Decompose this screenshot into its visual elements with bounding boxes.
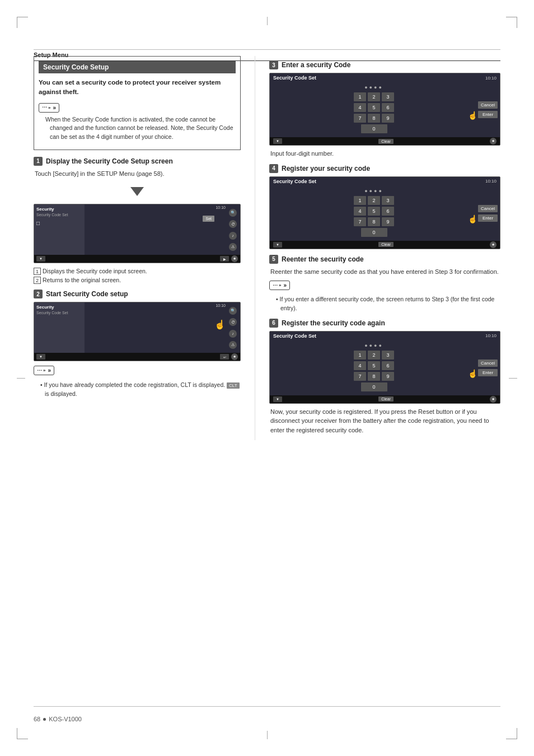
key-4-3: 4 — [354, 103, 366, 112]
corner-mark-bl — [17, 728, 28, 739]
bottom-divider — [34, 706, 500, 707]
numpad-keys-6: ●●●● 1 2 3 4 5 6 — [272, 343, 476, 393]
step-num-6: 6 — [269, 319, 278, 328]
numpad-header-4: Security Code Set 10:10 — [270, 177, 500, 186]
bottom-btn-vol-2: ▼ — [36, 354, 45, 360]
key-8-4: 8 — [368, 217, 380, 226]
footer-bullet — [43, 718, 46, 721]
touch-icon-4: ☝ — [468, 214, 477, 223]
bottom-btn-2: ▶ — [220, 256, 229, 262]
icon-2a: 🔍 — [229, 307, 237, 315]
touch-icon-3: ☝ — [468, 111, 477, 120]
key-1-3: 1 — [354, 92, 366, 101]
top-divider — [34, 49, 500, 50]
screen-right-icons-1: 🔍 ⏱ ♪ ⚠ — [228, 204, 240, 255]
enter-btn-6: Enter ☝ — [478, 369, 498, 376]
step-num-4: 4 — [269, 164, 278, 173]
final-desc: Now, your security code is registered. I… — [269, 407, 500, 435]
numpad-bottom-bar-3: ▼ Clear ★ — [270, 137, 500, 145]
clear-btn-6: Clear — [378, 396, 394, 402]
numpad-keys-4: ●●●● 1 2 3 4 5 6 — [272, 188, 476, 239]
screen-panel-subtitle-1: Security Code Set — [36, 213, 82, 217]
touch-icon-2: ☝ — [214, 319, 226, 330]
vol-btn-6: ▼ — [273, 396, 282, 402]
numpad-body-4: ●●●● 1 2 3 4 5 6 — [270, 186, 500, 241]
crosshair-bottom — [267, 731, 268, 739]
annotations-1: 1 Displays the Security code input scree… — [34, 268, 241, 275]
corner-mark-tr — [506, 17, 517, 28]
icon-6: ★ — [490, 396, 496, 403]
key-1-4: 1 — [354, 196, 366, 205]
numpad-screen-4: Security Code Set 10:10 ●●●● 1 2 3 — [269, 176, 500, 249]
screen-bottom-bar-2: ▼ ↩ ★ — [34, 353, 240, 361]
numpad-dots-6: ●●●● — [272, 343, 476, 348]
icon-2: ⏱ — [229, 220, 237, 228]
cancel-btn-3: Cancel — [478, 101, 498, 109]
key-0-6: 0 — [361, 382, 387, 391]
touch-icon-6: ☝ — [468, 369, 477, 378]
numpad-header-3: Security Code Set 10:10 — [270, 73, 500, 82]
clear-btn-4: Clear — [378, 242, 394, 247]
set-button-1: Set — [203, 216, 214, 222]
icon-1: 🔍 — [229, 209, 237, 217]
numpad-title-4: Security Code Set — [273, 179, 316, 184]
key-4-6: 4 — [354, 361, 366, 370]
crosshair-right — [509, 378, 517, 379]
cancel-btn-6: Cancel — [478, 360, 498, 367]
arrow-down-1 — [130, 187, 144, 196]
step-title-4: Register your security code — [282, 165, 370, 172]
numpad-time-3: 10:10 — [485, 76, 496, 81]
numpad-time-6: 10:10 — [485, 333, 496, 338]
bottom-icon: ★ — [231, 255, 238, 262]
screen-panel-title-1: Security — [36, 207, 82, 212]
screen-time-2: 10:10 — [216, 304, 226, 307]
step-desc-1: Touch [Security] in the SETUP Menu (page… — [34, 169, 241, 179]
annot-num-1: 1 — [34, 268, 41, 275]
screen-left-panel-1: Security Security Code Set □ — [34, 204, 85, 255]
note-icon-1: ⋯» — [39, 103, 59, 113]
step-title-6: Register the security code again — [282, 319, 385, 327]
step-num-5: 5 — [269, 255, 278, 264]
numpad-keys-3: ●●●● 1 2 3 4 5 6 — [272, 85, 476, 135]
screen-main-area-2: 10:10 ☝ — [85, 302, 228, 353]
screen-step-2: Security Security Code Set 10:10 ☝ 🔍 ⏱ ♪… — [34, 302, 241, 361]
key-8-6: 8 — [368, 372, 380, 381]
note-text-1: When the Security Code function is activ… — [44, 115, 236, 142]
key-4-4: 4 — [354, 207, 366, 216]
clt-badge: CLT — [227, 382, 240, 389]
step-num-2: 2 — [34, 290, 43, 298]
annot-text-2: Returns to the original screen. — [43, 277, 121, 283]
screen-panel-subtitle-2: Security Code Set — [36, 311, 82, 315]
numpad-title-6: Security Code Set — [273, 333, 316, 339]
key-3-6: 3 — [382, 351, 394, 360]
note-text-5: • If you enter a different security code… — [275, 295, 500, 313]
numpad-side-btns-6: Cancel Enter ☝ — [478, 343, 498, 393]
key-5-4: 5 — [368, 207, 380, 216]
icon-2c: ♪ — [229, 330, 237, 338]
icon-3: ♪ — [229, 232, 237, 240]
key-7-4: 7 — [354, 217, 366, 226]
numpad-body-3: ●●●● 1 2 3 4 5 6 — [270, 82, 500, 137]
corner-mark-br — [506, 728, 517, 739]
vol-btn-4: ▼ — [273, 242, 282, 248]
corner-mark-tl — [17, 17, 28, 28]
bottom-btn-vol: ▼ — [36, 256, 45, 262]
icon-2d: ⚠ — [229, 341, 237, 349]
key-5-6: 5 — [368, 361, 380, 370]
key-2-4: 2 — [368, 196, 380, 205]
numpad-time-4: 10:10 — [485, 179, 496, 184]
key-3-3: 3 — [382, 92, 394, 101]
step-desc-3: Input four-digit number. — [269, 149, 500, 158]
bottom-icon-2: ★ — [231, 353, 238, 360]
key-9-4: 9 — [382, 217, 394, 226]
key-7-3: 7 — [354, 114, 366, 123]
key-8-3: 8 — [368, 114, 380, 123]
numpad-body-6: ●●●● 1 2 3 4 5 6 — [270, 340, 500, 395]
product-name: KOS-V1000 — [49, 716, 82, 722]
numpad-header-6: Security Code Set 10:10 — [270, 332, 500, 340]
section-box-title: Security Code Setup — [39, 61, 236, 73]
screen-panel-title-2: Security — [36, 305, 82, 310]
page-number: 68 — [34, 716, 40, 722]
key-2-3: 2 — [368, 92, 380, 101]
step-title-1: Display the Security Code Setup screen — [46, 157, 173, 165]
